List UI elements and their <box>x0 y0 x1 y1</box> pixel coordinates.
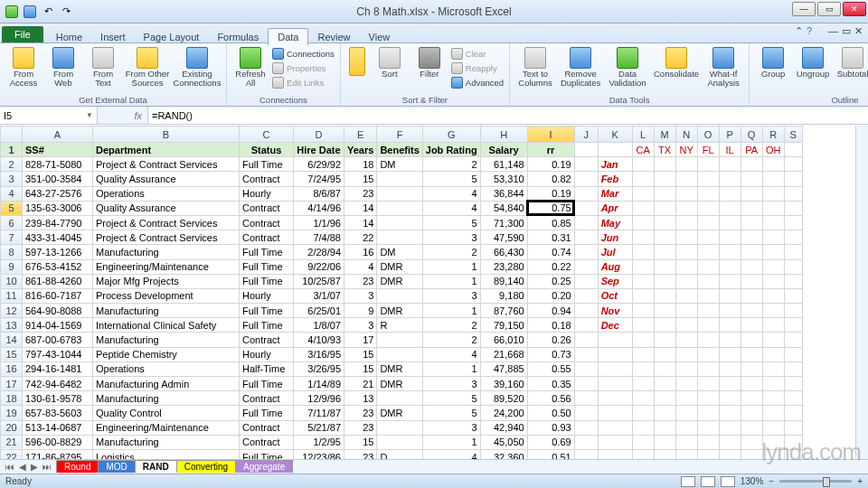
cell[interactable] <box>762 230 784 245</box>
cell[interactable]: 3 <box>422 420 480 435</box>
cell[interactable]: 7/11/87 <box>294 406 344 420</box>
cell[interactable] <box>784 245 802 259</box>
cell[interactable] <box>719 435 741 449</box>
cell[interactable] <box>697 215 719 230</box>
row-header-7[interactable]: 7 <box>1 230 23 245</box>
from-text-button[interactable]: From Text <box>85 47 121 88</box>
cell[interactable] <box>762 274 784 288</box>
month-cell[interactable] <box>598 347 632 361</box>
save-icon[interactable] <box>22 4 38 20</box>
cell-I17[interactable]: 0.35 <box>527 377 574 391</box>
cell[interactable]: 914-04-1569 <box>23 318 93 333</box>
cell[interactable] <box>697 245 719 259</box>
month-cell[interactable]: Apr <box>598 201 632 215</box>
cell-I9[interactable]: 0.22 <box>527 259 574 274</box>
normal-view-button[interactable] <box>681 476 695 487</box>
cell[interactable] <box>784 230 802 245</box>
cell[interactable]: 171-86-8795 <box>23 449 93 459</box>
cell[interactable] <box>697 333 719 347</box>
cell[interactable] <box>675 259 697 274</box>
cell[interactable] <box>741 435 762 449</box>
worksheet-grid[interactable]: ABCDEFGHIJKLMNOPQRS1SS#DepartmentStatusH… <box>0 126 868 459</box>
cell-I6[interactable]: 0.85 <box>527 215 574 230</box>
cell[interactable] <box>784 333 802 347</box>
col-header-R[interactable]: R <box>762 127 784 143</box>
cell[interactable]: 4 <box>344 259 377 274</box>
cell[interactable]: 1 <box>422 361 480 376</box>
cell[interactable] <box>675 304 697 318</box>
cell[interactable] <box>574 377 598 391</box>
cell[interactable] <box>697 406 719 420</box>
cell[interactable]: 3/16/95 <box>294 347 344 361</box>
filter-button[interactable]: Filter <box>411 47 448 79</box>
cell[interactable]: Manufacturing <box>93 435 240 449</box>
row-header-14[interactable]: 14 <box>1 333 23 347</box>
cell[interactable] <box>675 435 697 449</box>
row-header-11[interactable]: 11 <box>1 288 23 303</box>
minimize-button[interactable]: — <box>792 2 816 16</box>
row-header-22[interactable]: 22 <box>1 449 23 459</box>
cell[interactable] <box>654 288 675 303</box>
cell[interactable] <box>719 230 741 245</box>
row-header-9[interactable]: 9 <box>1 259 23 274</box>
redo-icon[interactable]: ↷ <box>58 4 74 20</box>
cell[interactable]: Quality Assurance <box>93 172 240 186</box>
cell[interactable] <box>632 230 654 245</box>
cell[interactable]: 23,280 <box>480 259 527 274</box>
cell[interactable] <box>762 391 784 406</box>
cell[interactable] <box>654 333 675 347</box>
cell[interactable] <box>675 318 697 333</box>
cell[interactable]: 14 <box>344 215 377 230</box>
cell-I4[interactable]: 0.19 <box>527 186 574 201</box>
cell[interactable] <box>675 333 697 347</box>
cell[interactable] <box>784 318 802 333</box>
cell[interactable]: 18 <box>344 157 377 172</box>
cell[interactable] <box>697 259 719 274</box>
cell-I20[interactable]: 0.93 <box>527 420 574 435</box>
cell[interactable] <box>784 391 802 406</box>
cell[interactable]: Quality Control <box>93 406 240 420</box>
select-all-corner[interactable] <box>1 127 23 143</box>
cell[interactable] <box>654 420 675 435</box>
cell[interactable]: 23 <box>344 274 377 288</box>
cell[interactable] <box>632 274 654 288</box>
cell[interactable]: Full Time <box>240 406 294 420</box>
cell[interactable]: 4 <box>422 347 480 361</box>
cell[interactable] <box>377 186 422 201</box>
cell[interactable] <box>697 186 719 201</box>
cell[interactable]: 32,360 <box>480 449 527 459</box>
cell[interactable] <box>719 318 741 333</box>
properties-button[interactable]: Properties <box>272 61 335 75</box>
header-cell[interactable]: SS# <box>23 143 93 157</box>
cell[interactable] <box>632 449 654 459</box>
remove-dup-button[interactable]: Remove Duplicates <box>559 47 602 88</box>
cell[interactable]: 39,160 <box>480 377 527 391</box>
maximize-button[interactable]: ▭ <box>817 2 841 16</box>
cell[interactable] <box>741 420 762 435</box>
help-icon[interactable]: ? <box>807 25 812 37</box>
col-header-L[interactable]: L <box>632 127 654 143</box>
cell[interactable]: 3 <box>344 288 377 303</box>
cell[interactable]: Full Time <box>240 259 294 274</box>
cell[interactable]: 4 <box>422 186 480 201</box>
cell[interactable] <box>377 288 422 303</box>
cell[interactable] <box>697 449 719 459</box>
cell[interactable]: 4/10/93 <box>294 333 344 347</box>
cell[interactable]: 828-71-5080 <box>23 157 93 172</box>
cell[interactable] <box>632 435 654 449</box>
state-cell[interactable]: PA <box>741 143 762 157</box>
col-header-A[interactable]: A <box>23 127 93 143</box>
cell[interactable]: 1/14/89 <box>294 377 344 391</box>
cell-I18[interactable]: 0.56 <box>527 391 574 406</box>
cell[interactable] <box>762 333 784 347</box>
cell[interactable]: 5 <box>422 406 480 420</box>
cell-I11[interactable]: 0.20 <box>527 288 574 303</box>
cell[interactable]: Logistics <box>93 449 240 459</box>
header-cell[interactable]: Benefits <box>377 143 422 157</box>
cell[interactable]: 36,844 <box>480 186 527 201</box>
cell[interactable] <box>675 201 697 215</box>
cell[interactable] <box>741 201 762 215</box>
cell[interactable] <box>574 230 598 245</box>
cell[interactable]: 10/25/87 <box>294 274 344 288</box>
cell[interactable]: Manufacturing <box>93 391 240 406</box>
